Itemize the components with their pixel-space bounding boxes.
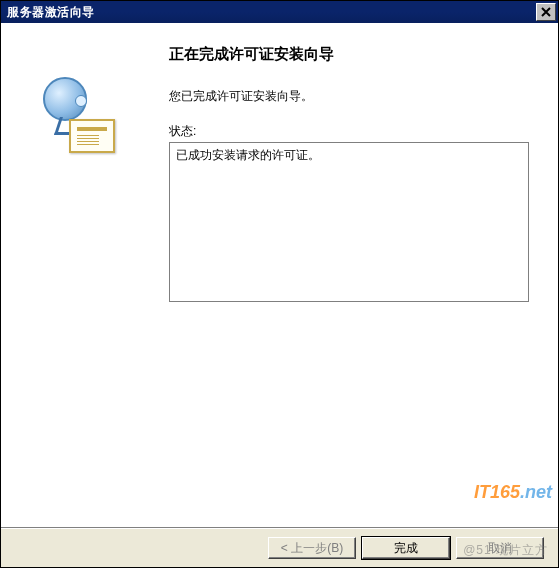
- window-title: 服务器激活向导: [7, 4, 95, 21]
- satellite-dish-icon: [43, 77, 87, 121]
- finish-button-label: 完成: [394, 541, 418, 555]
- back-button[interactable]: < 上一步(B): [268, 537, 356, 559]
- status-label: 状态:: [169, 123, 534, 140]
- wizard-main-column: 正在完成许可证安装向导 您已完成许可证安装向导。 状态: 已成功安装请求的许可证…: [169, 37, 540, 519]
- cancel-button[interactable]: 取消: [456, 537, 544, 559]
- cancel-button-label: 取消: [488, 541, 512, 555]
- wizard-content: 正在完成许可证安装向导 您已完成许可证安装向导。 状态: 已成功安装请求的许可证…: [1, 23, 558, 529]
- status-text: 已成功安装请求的许可证。: [176, 148, 320, 162]
- status-box: 已成功安装请求的许可证。: [169, 142, 529, 302]
- certificate-icon: [69, 119, 115, 153]
- wizard-subtext: 您已完成许可证安装向导。: [169, 88, 534, 105]
- close-icon: [541, 7, 551, 17]
- button-row: < 上一步(B) 完成 取消 @51 现片立方: [1, 529, 558, 567]
- finish-button[interactable]: 完成: [362, 537, 450, 559]
- wizard-heading: 正在完成许可证安装向导: [169, 45, 534, 64]
- close-button[interactable]: [536, 3, 556, 21]
- titlebar: 服务器激活向导: [1, 1, 558, 23]
- wizard-graphic: [39, 77, 119, 157]
- back-button-label: < 上一步(B): [281, 541, 343, 555]
- wizard-icon-column: [19, 37, 169, 519]
